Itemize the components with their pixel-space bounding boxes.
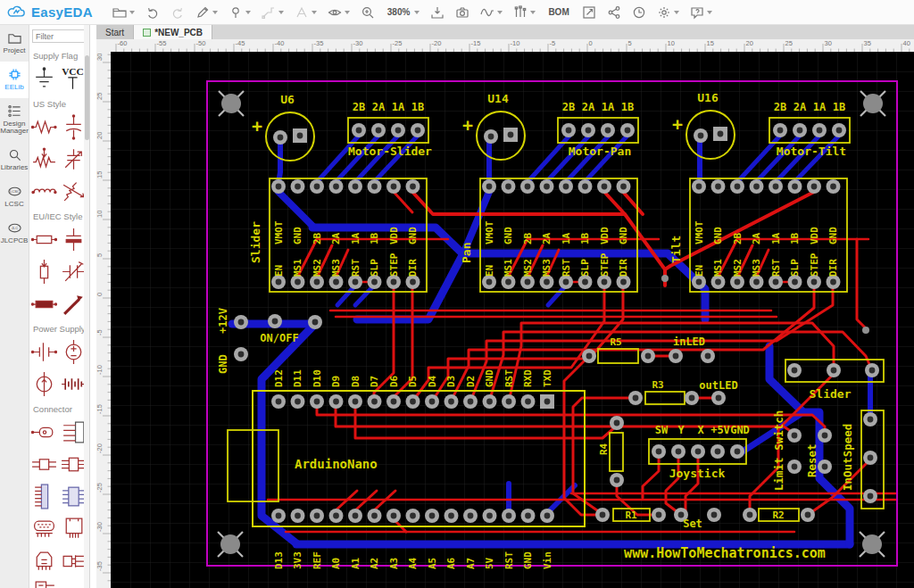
svg-text:MS2: MS2 (522, 259, 534, 277)
svg-text:U16: U16 (697, 91, 719, 104)
svg-text:outLED: outLED (699, 379, 737, 392)
text-tool-icon-button[interactable] (291, 2, 320, 23)
location-pin-icon (228, 5, 243, 20)
trimmer-capacitor-eu-icon (61, 258, 87, 286)
svg-text:-40: -40 (275, 39, 285, 47)
symbol-resistor-filled-eu[interactable] (29, 287, 59, 319)
file-menu-icon-button[interactable] (109, 2, 138, 23)
bom-button[interactable]: BOM (543, 2, 574, 23)
ruler-horizontal: -60-55-50-45-40-35-30-25-20-15-10-505101… (96, 39, 914, 52)
sidebar-tab-libraries[interactable]: Libraries (0, 142, 29, 178)
undo-icon-button[interactable] (142, 2, 163, 23)
zoom-level-button[interactable]: 380% (382, 2, 424, 23)
panel-scrollbar-thumb[interactable] (85, 55, 89, 140)
wire-route-icon-button[interactable] (258, 2, 287, 23)
svg-text:Joystick: Joystick (669, 467, 726, 480)
panel-scrollbar[interactable] (84, 25, 89, 588)
symbol-d-sub[interactable] (29, 512, 59, 544)
tab-new-pcb[interactable]: *NEW_PCB (134, 25, 212, 39)
symbol-current-source[interactable] (29, 368, 59, 400)
svg-text:STEP: STEP (599, 253, 611, 277)
svg-text:R5: R5 (610, 336, 621, 348)
symbol-plug-2pin[interactable] (29, 416, 59, 448)
sidebar-tab-lcsc[interactable]: LCSCLCSC (0, 178, 29, 215)
inductor-us-icon (31, 178, 57, 205)
svg-text:Vin: Vin (542, 551, 553, 569)
help-icon-button[interactable] (686, 2, 716, 23)
svg-text:GND: GND (484, 369, 495, 387)
symbol-battery[interactable] (29, 335, 59, 368)
svg-text:D12: D12 (273, 369, 285, 387)
svg-text:-50: -50 (196, 39, 206, 47)
eelib-panel: Supply FlagVCCUS StyleEU/IEC StylePower … (29, 25, 90, 588)
waveform-icon-button[interactable] (477, 2, 506, 23)
app-title: EasyEDA (31, 4, 93, 20)
ruler-corner (96, 39, 111, 52)
ruler-vertical: 302520151050-5-10-15-20-25-30-35 (96, 52, 111, 588)
varistor-us-icon (61, 178, 87, 205)
export-chart-icon-button[interactable] (578, 2, 600, 23)
svg-text:VMOT: VMOT (273, 220, 285, 244)
svg-text:-35: -35 (96, 561, 104, 571)
pencil-icon (195, 5, 210, 20)
symbol-resistor-us[interactable] (29, 111, 59, 143)
resistor-us-icon (31, 113, 57, 141)
svg-text:5: 5 (96, 253, 104, 257)
sidebar-tab-jlcpcb[interactable]: JLCJLCPCB (0, 215, 29, 252)
via (661, 275, 669, 282)
zoom-in-icon-button[interactable] (357, 2, 378, 23)
caret-down-icon (312, 11, 317, 14)
text-tool-icon (295, 5, 309, 20)
svg-text:Slider: Slider (810, 387, 852, 401)
symbol-pin-strip[interactable] (29, 480, 59, 512)
settings-gear-icon-button[interactable] (653, 2, 683, 23)
mounting-hole (860, 532, 885, 557)
caret-down-icon (414, 11, 420, 14)
section-title: Power Supply (29, 319, 89, 335)
eye-icon-button[interactable] (324, 2, 353, 23)
svg-text:EN: EN (694, 265, 705, 277)
symbol-usb-a[interactable]: USB (29, 576, 59, 588)
import-icon-button[interactable] (427, 2, 448, 23)
svg-text:1A: 1A (392, 101, 405, 113)
symbol-potentiometer-eu[interactable] (29, 255, 59, 287)
svg-text:JLC: JLC (11, 226, 17, 230)
libraries-icon (8, 148, 21, 161)
symbol-terminal-block-a[interactable] (29, 448, 59, 480)
symbol-resistor-eu[interactable] (29, 223, 59, 255)
camera-icon-button[interactable] (452, 2, 473, 23)
svg-text:D4: D4 (427, 375, 438, 387)
design-rule-icon-button[interactable] (510, 2, 539, 23)
share-icon-button[interactable] (603, 2, 625, 23)
usb-a-icon: USB (31, 579, 57, 588)
symbol-usb-b[interactable] (29, 544, 59, 576)
pcb-canvas[interactable]: VMOTENGNDMS12BMS22AMS31ARST1BSLPVDDSTEPG… (111, 52, 914, 588)
symbol-gnd-flag[interactable] (29, 62, 59, 95)
sidebar-tab-project[interactable]: Project (0, 25, 29, 62)
battery-pack-icon (61, 370, 87, 398)
svg-text:+12V: +12V (217, 308, 229, 334)
sidebar-tab-eelib[interactable]: EELib (0, 62, 29, 98)
caret-down-icon (212, 11, 218, 14)
svg-text:GND: GND (292, 227, 303, 244)
easyeda-logo[interactable]: EasyEDA (7, 4, 93, 20)
document-tabbar: Start *NEW_PCB (96, 25, 914, 39)
tab-start[interactable]: Start (96, 25, 134, 39)
location-pin-icon-button[interactable] (225, 2, 254, 23)
svg-text:A4: A4 (407, 557, 419, 569)
symbol-inductor-us[interactable] (29, 175, 59, 207)
sidebar-tab-design-manager[interactable]: Design Manager (0, 98, 29, 143)
pencil-icon-button[interactable] (192, 2, 221, 23)
svg-text:D6: D6 (388, 375, 400, 387)
svg-text:Y: Y (677, 424, 685, 436)
filter-input[interactable] (32, 29, 86, 43)
history-icon-button[interactable] (628, 2, 650, 23)
symbol-potentiometer-us[interactable] (29, 143, 59, 175)
import-icon (430, 5, 445, 20)
svg-text:25: 25 (96, 93, 104, 100)
caret-down-icon (530, 11, 536, 14)
section-title: US Style (29, 95, 89, 111)
redo-icon-button[interactable] (167, 2, 188, 23)
share-icon (607, 5, 621, 20)
svg-text:2A: 2A (582, 101, 595, 113)
